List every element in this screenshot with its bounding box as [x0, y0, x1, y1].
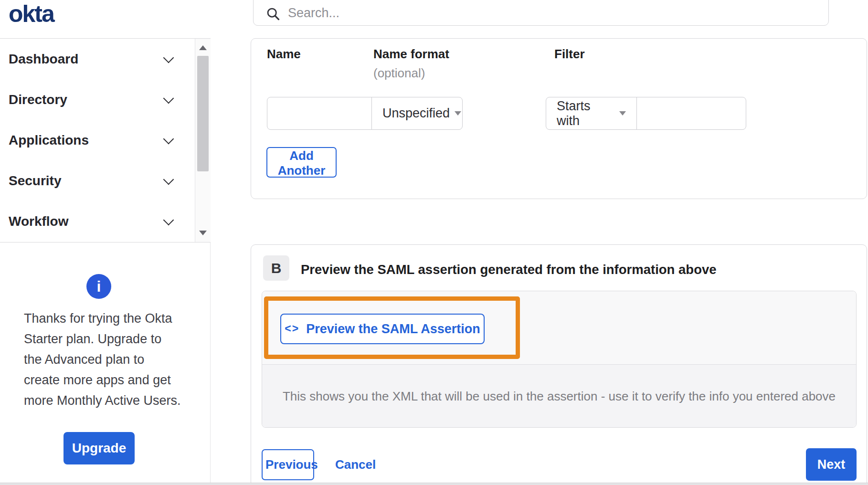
- sidebar-item-label: Security: [9, 173, 62, 189]
- next-button[interactable]: Next: [806, 448, 857, 481]
- attribute-name-field[interactable]: [267, 97, 372, 130]
- name-column-label: Name: [267, 47, 301, 62]
- chevron-down-icon: [163, 133, 174, 144]
- preview-assertion-card: B Preview the SAML assertion generated f…: [251, 244, 867, 485]
- filter-value-field[interactable]: [636, 97, 746, 130]
- upgrade-button[interactable]: Upgrade: [64, 432, 135, 464]
- sidebar-item-directory[interactable]: Directory: [0, 79, 211, 120]
- sidebar-item-label: Workflow: [9, 214, 68, 229]
- filter-value-input[interactable]: [637, 97, 746, 129]
- chevron-down-icon: [163, 214, 174, 225]
- previous-button[interactable]: Previous: [262, 449, 314, 480]
- preview-saml-assertion-button[interactable]: <> Preview the SAML Assertion: [280, 314, 485, 344]
- promo-text-line: the Advanced plan to: [24, 349, 181, 370]
- preview-panel-caption: This shows you the XML that will be used…: [283, 389, 836, 404]
- chevron-down-icon: [163, 52, 174, 63]
- dropdown-caret-icon: [455, 111, 461, 116]
- okta-admin-app: okta Dashboard Directory Applications Se…: [0, 0, 868, 485]
- sidebar-nav: Dashboard Directory Applications Securit…: [0, 38, 211, 242]
- preview-panel-caption-area: This shows you the XML that will be used…: [262, 365, 856, 428]
- horizontal-scrollbar-track[interactable]: [0, 483, 868, 485]
- cancel-link[interactable]: Cancel: [332, 449, 379, 480]
- plan-promo-text: Thanks for trying the Okta Starter plan.…: [24, 308, 181, 411]
- attribute-statements-card: Name Name format (optional) Filter Unspe…: [251, 38, 867, 199]
- sidebar-item-workflow[interactable]: Workflow: [0, 201, 211, 242]
- promo-text-line: create more apps and get: [24, 370, 181, 390]
- sidebar-item-label: Applications: [9, 133, 89, 148]
- sidebar-item-label: Dashboard: [9, 52, 78, 67]
- promo-text-line: Starter plan. Upgrade to: [24, 329, 181, 349]
- promo-text-line: more Monthly Active Users.: [24, 390, 181, 411]
- preview-panel: <> Preview the SAML Assertion This shows…: [262, 291, 857, 428]
- promo-text-line: Thanks for trying the Okta: [24, 308, 181, 329]
- filter-operator-select[interactable]: Starts with: [546, 97, 637, 130]
- attribute-name-input[interactable]: [267, 97, 371, 129]
- dropdown-caret-icon: [619, 111, 626, 116]
- scroll-down-arrow[interactable]: [195, 226, 211, 240]
- sidebar-item-applications[interactable]: Applications: [0, 120, 211, 160]
- search-input[interactable]: [288, 5, 765, 21]
- okta-logo[interactable]: okta: [9, 0, 54, 28]
- name-format-hint: (optional): [373, 66, 425, 81]
- triangle-down-icon: [199, 231, 207, 235]
- triangle-up-icon: [199, 45, 207, 50]
- search-bar[interactable]: [253, 0, 829, 26]
- name-format-select[interactable]: Unspecified: [371, 97, 463, 130]
- chevron-down-icon: [163, 174, 174, 185]
- search-icon: [266, 7, 280, 21]
- name-format-column-label: Name format: [373, 47, 449, 62]
- filter-column-label: Filter: [554, 47, 585, 62]
- preview-section-title: Preview the SAML assertion generated fro…: [301, 262, 717, 277]
- info-icon: i: [86, 274, 111, 299]
- sidebar-scrollbar[interactable]: [195, 39, 211, 242]
- filter-operator-selected-value: Starts with: [557, 99, 614, 128]
- sidebar-item-label: Directory: [9, 92, 67, 107]
- name-format-selected-value: Unspecified: [382, 106, 450, 121]
- code-icon: <>: [285, 322, 299, 335]
- scrollbar-thumb[interactable]: [197, 56, 209, 171]
- preview-panel-top: <> Preview the SAML Assertion: [262, 291, 856, 365]
- chevron-down-icon: [163, 93, 174, 104]
- add-another-button[interactable]: Add Another: [266, 147, 337, 178]
- scroll-up-arrow[interactable]: [195, 41, 211, 55]
- sidebar-item-security[interactable]: Security: [0, 160, 211, 201]
- preview-saml-assertion-label: Preview the SAML Assertion: [306, 322, 480, 337]
- sidebar-item-dashboard[interactable]: Dashboard: [0, 39, 211, 79]
- step-badge: B: [263, 255, 289, 281]
